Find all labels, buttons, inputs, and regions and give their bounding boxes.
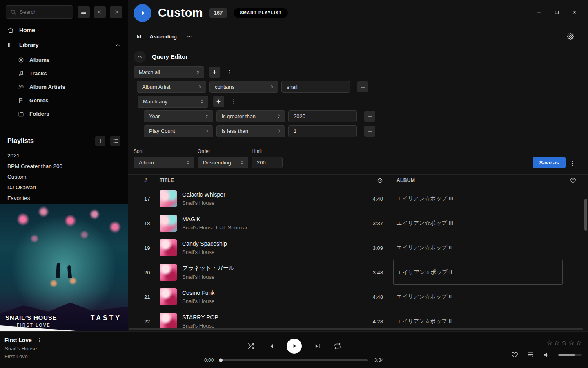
- save-as-button[interactable]: Save as: [533, 157, 566, 168]
- library-item[interactable]: Album Artists: [18, 80, 128, 94]
- table-row[interactable]: 18 MAGIK Snail’s House feat. Sennzai 3:3…: [128, 211, 588, 236]
- playlist-item[interactable]: 2021: [0, 150, 128, 161]
- library-item[interactable]: Genres: [18, 94, 128, 107]
- column-header-album[interactable]: ALBUM: [393, 177, 563, 183]
- chevron-right-icon: [113, 9, 119, 15]
- rule-value-input[interactable]: [288, 125, 357, 137]
- previous-track-button[interactable]: [266, 341, 276, 351]
- star-icon[interactable]: [546, 340, 552, 346]
- star-icon[interactable]: [554, 340, 560, 346]
- playlist-item[interactable]: Favorites: [0, 193, 128, 203]
- rule-operator-select[interactable]: contains: [209, 81, 278, 93]
- chevron-up-icon[interactable]: [115, 43, 120, 48]
- track-album-cell[interactable]: エイリアン☆ポップ III: [393, 211, 563, 236]
- add-group-rule-button[interactable]: [213, 96, 224, 107]
- add-playlist-button[interactable]: [95, 136, 105, 146]
- track-album-cell[interactable]: エイリアン☆ポップ III: [393, 186, 563, 211]
- rule-field-select[interactable]: Album Artist: [137, 81, 206, 93]
- star-icon[interactable]: [576, 340, 582, 346]
- rule-group-options-button[interactable]: [225, 67, 234, 77]
- track-album-cell[interactable]: エイリアン☆ポップ II: [393, 285, 563, 309]
- collapse-query-editor-button[interactable]: [134, 51, 146, 63]
- rule-value-input[interactable]: [288, 110, 357, 122]
- save-options-button[interactable]: [568, 159, 577, 168]
- track-album-cell[interactable]: エイリアン☆ポップ II: [393, 309, 563, 331]
- volume-mute-button[interactable]: [541, 350, 552, 360]
- favorite-button[interactable]: [510, 350, 520, 360]
- sort-select[interactable]: Album: [134, 157, 194, 168]
- seek-bar[interactable]: [220, 359, 368, 361]
- playlist-list-button[interactable]: [110, 136, 120, 146]
- track-album-cell[interactable]: エイリアン☆ポップ II: [393, 236, 563, 260]
- nav-back-button[interactable]: [94, 6, 106, 18]
- list-icon: [113, 138, 118, 144]
- remove-rule-button[interactable]: [364, 126, 375, 137]
- play-pause-button[interactable]: [287, 339, 302, 354]
- now-playing-album[interactable]: First Love: [4, 353, 122, 359]
- more-options-button[interactable]: [185, 31, 195, 41]
- star-icon[interactable]: [561, 340, 567, 346]
- playlist-item[interactable]: Custom: [0, 171, 128, 182]
- library-icon: [7, 42, 14, 48]
- column-header-title[interactable]: TITLE: [160, 177, 352, 183]
- column-header-index[interactable]: #: [128, 177, 160, 183]
- playlist-item[interactable]: DJ Okawari: [0, 182, 128, 193]
- remove-rule-button[interactable]: [357, 81, 368, 92]
- close-button[interactable]: [572, 9, 577, 17]
- table-row[interactable]: 19 Candy Spaceship Snail’s House 3:09 エイ…: [128, 236, 588, 260]
- library-item[interactable]: Folders: [18, 107, 128, 121]
- volume-slider[interactable]: [558, 354, 582, 356]
- search-input[interactable]: [20, 9, 69, 15]
- track-album-cell[interactable]: エイリアン☆ポップ II: [393, 260, 563, 285]
- vertical-scrollbar-thumb[interactable]: [584, 199, 587, 231]
- settings-button[interactable]: [565, 31, 576, 42]
- table-row[interactable]: 22 STARRY POP Snail’s House 4:28 エイリアン☆ポ…: [128, 309, 588, 331]
- table-row[interactable]: 20 プラネット・ガール Snail’s House 3:48 エイリアン☆ポッ…: [128, 260, 588, 285]
- seek-handle[interactable]: [219, 358, 223, 362]
- horizontal-scrollbar[interactable]: [129, 328, 583, 330]
- track-title: Galactic Whisper: [182, 191, 225, 198]
- repeat-button[interactable]: [332, 341, 343, 351]
- rule-operator-select[interactable]: is less than: [216, 125, 285, 137]
- library-item[interactable]: Tracks: [18, 67, 128, 80]
- select-chevrons-icon: [269, 84, 274, 90]
- sort-direction-button[interactable]: Ascending: [150, 34, 177, 40]
- nav-forward-button[interactable]: [110, 6, 122, 18]
- group-match-type-select[interactable]: Match any: [138, 96, 208, 108]
- order-select[interactable]: Descending: [198, 157, 248, 168]
- queue-button[interactable]: [526, 350, 536, 360]
- remove-rule-button[interactable]: [364, 111, 375, 122]
- star-icon[interactable]: [568, 340, 575, 346]
- table-row[interactable]: 17 Galactic Whisper Snail’s House 4:40 エ…: [128, 186, 588, 211]
- minimize-button[interactable]: [536, 9, 542, 17]
- album-art-thumbnail: [160, 313, 177, 330]
- vertical-scrollbar[interactable]: [584, 189, 587, 328]
- rule-field-select[interactable]: Play Count: [144, 125, 213, 137]
- column-header-duration[interactable]: [352, 177, 383, 184]
- sidebar-item-library[interactable]: Library: [0, 38, 128, 52]
- maximize-button[interactable]: [554, 9, 559, 17]
- next-track-button[interactable]: [312, 341, 323, 351]
- match-type-select[interactable]: Match all: [134, 66, 204, 78]
- rule-field-select[interactable]: Year: [144, 110, 213, 122]
- playlist-list: 2021 BPM Greater than 200 Custom DJ Okaw…: [0, 149, 128, 204]
- sort-field-button[interactable]: Id: [137, 34, 142, 40]
- sidebar-item-home[interactable]: Home: [0, 23, 128, 38]
- now-playing-artist[interactable]: Snail’s House: [4, 346, 122, 352]
- column-header-favorite[interactable]: [563, 177, 583, 184]
- group-options-button[interactable]: [229, 97, 238, 106]
- play-playlist-button[interactable]: [134, 4, 151, 22]
- playlist-item[interactable]: BPM Greater than 200: [0, 161, 128, 171]
- limit-input[interactable]: [252, 157, 283, 168]
- table-row[interactable]: 21 Cosmo Funk Snail’s House 4:48 エイリアン☆ポ…: [128, 285, 588, 309]
- chevron-up-icon: [137, 54, 143, 60]
- rule-value-input[interactable]: [281, 81, 350, 93]
- shuffle-button[interactable]: [246, 341, 256, 351]
- query-editor-title: Query Editor: [152, 54, 188, 60]
- menu-button[interactable]: [78, 6, 90, 18]
- add-rule-button[interactable]: [209, 67, 220, 78]
- rule-operator-select[interactable]: is greater than: [216, 110, 285, 122]
- progress-row: 0:00 3:34: [204, 357, 384, 363]
- now-playing-options-button[interactable]: [37, 337, 42, 343]
- library-item[interactable]: Albums: [18, 53, 128, 67]
